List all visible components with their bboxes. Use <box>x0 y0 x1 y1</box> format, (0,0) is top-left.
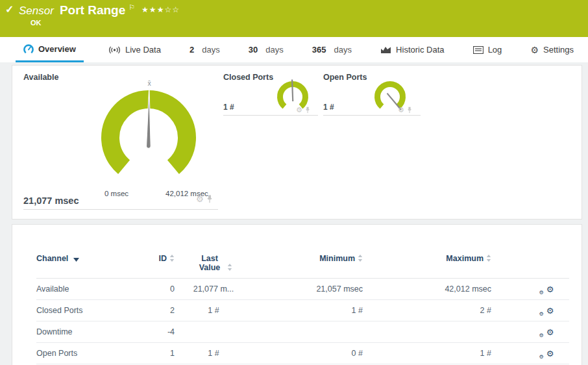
table-row[interactable]: Open Ports 1 1 # 0 # 1 # ⚙⚙ <box>36 343 569 364</box>
flag-icon[interactable]: ⚐ <box>129 3 135 12</box>
tab-historic-data-label: Historic Data <box>396 45 444 55</box>
gear-icon: ⚙ <box>546 327 554 337</box>
tab-365-days-num: 365 <box>312 45 326 55</box>
available-current-value: 21,077 msec <box>23 195 79 206</box>
tab-log[interactable]: Log <box>469 37 506 62</box>
channel-name[interactable]: Downtime <box>36 327 156 336</box>
column-header-maximum[interactable]: Maximum <box>363 254 491 263</box>
tab-settings-label: Settings <box>543 45 574 55</box>
sort-icon <box>227 264 232 271</box>
log-list-icon <box>473 46 484 54</box>
open-ports-panel-actions: ⚙ <box>398 107 412 114</box>
overview-gauges-card: Available x̄ 0 msec 42,012 msec 21,077 m… <box>12 65 582 220</box>
gear-icon[interactable]: ⚙ <box>398 107 404 114</box>
tab-bar: Overview Live Data 2 days 30 days 365 da… <box>0 37 588 62</box>
panel-divider <box>223 115 318 116</box>
prtg-sensor-page: ✓ Sensor Port Range ⚐ ★★★☆☆ OK Overview <box>0 0 588 365</box>
channels-table-card: Channel ID Last Value Minimum Maximum <box>12 224 582 365</box>
sort-icon <box>358 255 363 262</box>
sort-icon <box>169 255 175 262</box>
channel-last-value: 21,077 m... <box>175 284 252 294</box>
available-panel-actions: ⚙ <box>196 195 213 203</box>
tab-2-days-label: days <box>202 45 219 55</box>
open-ports-current-value: 1 # <box>323 103 334 112</box>
historic-chart-icon <box>380 45 391 54</box>
stars-empty: ☆☆ <box>164 5 180 14</box>
sensor-header: ✓ Sensor Port Range ⚐ ★★★☆☆ OK <box>0 0 588 37</box>
priority-stars[interactable]: ★★★☆☆ <box>141 5 180 14</box>
settings-gear-icon: ⚙ <box>530 45 539 55</box>
pin-icon[interactable] <box>407 107 412 114</box>
available-gauge: x̄ <box>97 77 201 188</box>
sensor-kind-label: Sensor <box>19 5 54 18</box>
column-header-channel[interactable]: Channel <box>36 254 156 263</box>
pin-icon[interactable] <box>206 195 213 203</box>
status-badge: OK <box>31 19 42 27</box>
gauge-min-label: 0 msec <box>104 190 129 197</box>
column-header-minimum[interactable]: Minimum <box>252 254 363 263</box>
table-row[interactable]: Available 0 21,077 m... 21,057 msec 42,0… <box>36 279 569 300</box>
gear-small-icon: ⚙ <box>539 333 544 338</box>
gear-small-icon: ⚙ <box>539 311 544 317</box>
channel-settings-button[interactable]: ⚙⚙ <box>532 306 564 316</box>
channel-id: 2 <box>156 306 175 315</box>
channel-settings-button[interactable]: ⚙⚙ <box>532 327 564 337</box>
channels-table: Channel ID Last Value Minimum Maximum <box>36 249 569 364</box>
column-header-id[interactable]: ID <box>156 254 175 263</box>
channel-name[interactable]: Closed Ports <box>36 306 156 315</box>
pin-icon[interactable] <box>305 107 310 114</box>
table-row[interactable]: Closed Ports 2 1 # 1 # 2 # ⚙⚙ <box>36 300 569 321</box>
tab-historic-data[interactable]: Historic Data <box>376 37 448 62</box>
gauge-icon <box>23 44 34 53</box>
channel-id: 1 <box>156 349 175 358</box>
channel-maximum: 2 # <box>363 306 491 315</box>
gear-icon: ⚙ <box>546 349 554 359</box>
table-row[interactable]: Downtime -4 ⚙⚙ <box>36 321 569 343</box>
page-title: Port Range <box>60 3 125 18</box>
stars-filled: ★★★ <box>141 5 164 14</box>
channel-settings-button[interactable]: ⚙⚙ <box>532 349 564 359</box>
channel-id: 0 <box>156 284 175 294</box>
tab-2-days-num: 2 <box>190 45 194 55</box>
tab-settings[interactable]: ⚙ Settings <box>526 37 578 62</box>
open-ports-gauge-title: Open Ports <box>323 73 367 82</box>
tab-live-data[interactable]: Live Data <box>104 37 165 62</box>
tab-30-days-num: 30 <box>249 45 258 55</box>
sort-icon <box>486 255 491 262</box>
channel-maximum: 1 # <box>363 349 491 358</box>
gear-icon[interactable]: ⚙ <box>196 195 204 203</box>
tab-365-days[interactable]: 365 days <box>308 37 356 62</box>
sort-caret-down-icon <box>73 258 79 262</box>
closed-ports-gauge-title: Closed Ports <box>223 73 273 82</box>
gear-small-icon: ⚙ <box>539 290 544 296</box>
gauge-needle <box>292 80 293 101</box>
tab-log-label: Log <box>488 45 502 55</box>
panel-divider <box>23 209 218 210</box>
tab-overview[interactable]: Overview <box>16 37 84 62</box>
tab-2-days[interactable]: 2 days <box>186 37 224 62</box>
gear-small-icon: ⚙ <box>539 354 544 360</box>
closed-ports-current-value: 1 # <box>223 103 234 112</box>
closed-ports-panel-actions: ⚙ <box>296 107 310 114</box>
channel-maximum: 42,012 msec <box>363 284 491 294</box>
channel-name[interactable]: Available <box>36 284 156 294</box>
column-header-last-value[interactable]: Last Value <box>175 254 252 272</box>
tab-30-days-label: days <box>265 45 283 55</box>
available-gauge-title: Available <box>23 73 58 82</box>
channel-last-value: 1 # <box>175 306 252 315</box>
gear-icon: ⚙ <box>546 284 554 294</box>
channel-last-value: 1 # <box>175 349 252 358</box>
sensor-title-line: Sensor Port Range ⚐ ★★★☆☆ <box>19 3 180 18</box>
channel-minimum: 1 # <box>252 306 363 315</box>
panel-divider <box>323 115 421 116</box>
gear-icon[interactable]: ⚙ <box>296 107 302 114</box>
gauge-arc <box>378 84 403 107</box>
channel-minimum: 0 # <box>252 349 363 358</box>
channel-minimum: 21,057 msec <box>252 284 363 294</box>
live-data-icon <box>108 46 121 54</box>
tab-30-days[interactable]: 30 days <box>245 37 288 62</box>
channel-settings-button[interactable]: ⚙⚙ <box>532 284 564 294</box>
gear-icon: ⚙ <box>546 306 554 316</box>
channel-name[interactable]: Open Ports <box>36 349 156 358</box>
channel-id: -4 <box>156 327 175 336</box>
